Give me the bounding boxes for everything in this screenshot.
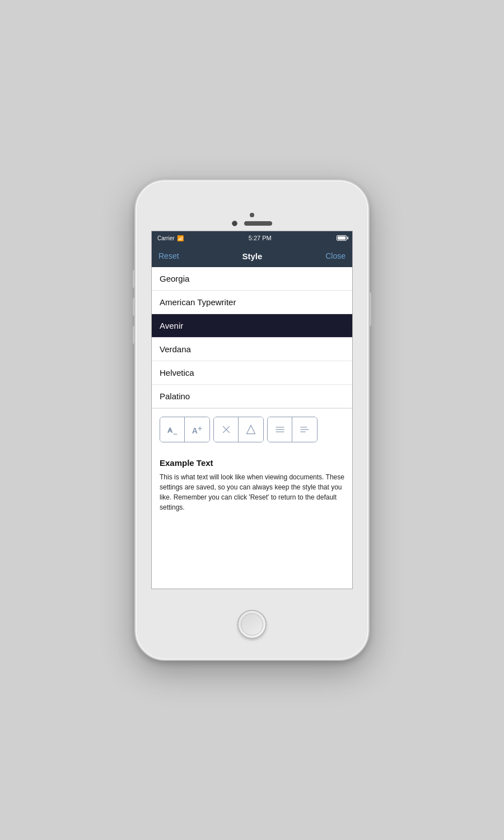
phone-device: Carrier 📶 5:27 PM Reset Style Close Geor… <box>134 179 370 661</box>
camera-dot <box>250 213 254 217</box>
close-button[interactable]: Close <box>325 251 346 260</box>
svg-marker-7 <box>247 426 255 434</box>
battery-indicator <box>337 235 347 241</box>
phone-top <box>136 180 368 231</box>
font-item-palatino[interactable]: Palatino <box>152 385 352 408</box>
example-body: This is what text will look like when vi… <box>160 472 344 512</box>
wifi-icon: 📶 <box>177 235 184 241</box>
phone-screen: Carrier 📶 5:27 PM Reset Style Close Geor… <box>151 231 353 589</box>
svg-text:A: A <box>167 426 172 433</box>
alignment-group <box>267 417 318 442</box>
status-time: 5:27 PM <box>249 235 272 241</box>
speaker-grille <box>244 221 272 226</box>
home-button[interactable] <box>237 610 267 639</box>
battery-fill <box>338 236 346 240</box>
align-left-button[interactable] <box>292 417 317 442</box>
example-section: Example Text This is what text will look… <box>152 450 352 520</box>
front-camera <box>232 221 237 226</box>
outline-button[interactable] <box>239 417 263 442</box>
navigation-bar: Reset Style Close <box>152 245 352 267</box>
carrier-info: Carrier 📶 <box>157 235 184 241</box>
font-item-american-typewriter[interactable]: American Typewriter <box>152 291 352 314</box>
top-sensors <box>232 221 272 226</box>
text-style-group <box>213 417 264 442</box>
font-list: Georgia American Typewriter Avenir Verda… <box>152 267 352 408</box>
font-size-group: A A <box>160 417 210 442</box>
decrease-font-button[interactable]: A <box>160 417 185 442</box>
controls-row: A A <box>160 417 344 442</box>
battery-icon <box>337 235 347 241</box>
phone-bottom <box>237 589 267 660</box>
align-justify-button[interactable] <box>268 417 292 442</box>
home-button-inner <box>241 613 263 636</box>
nav-title: Style <box>242 251 262 261</box>
increase-font-button[interactable]: A <box>185 417 209 442</box>
example-title: Example Text <box>160 458 344 468</box>
status-bar: Carrier 📶 5:27 PM <box>152 231 352 245</box>
controls-section: A A <box>152 408 352 450</box>
font-item-verdana[interactable]: Verdana <box>152 338 352 361</box>
strikethrough-button[interactable] <box>214 417 239 442</box>
font-item-helvetica[interactable]: Helvetica <box>152 361 352 385</box>
font-item-georgia[interactable]: Georgia <box>152 267 352 291</box>
carrier-label: Carrier <box>157 235 175 241</box>
font-item-avenir[interactable]: Avenir <box>152 314 352 338</box>
svg-text:A: A <box>192 426 198 435</box>
reset-button[interactable]: Reset <box>158 251 179 260</box>
